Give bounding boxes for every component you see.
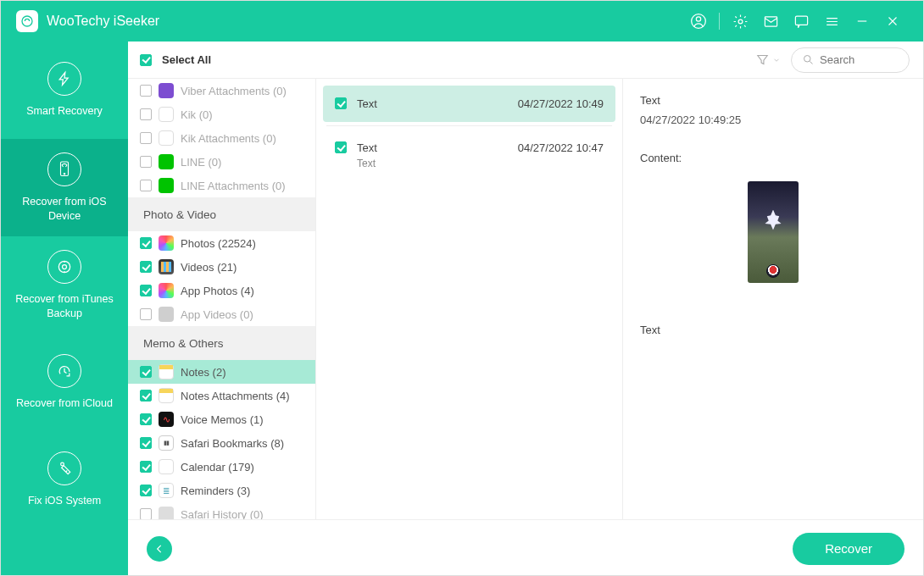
feedback-icon[interactable] [786, 6, 816, 36]
recover-button[interactable]: Recover [793, 533, 905, 565]
nav-smart-recovery[interactable]: Smart Recovery [1, 42, 128, 139]
category-checkbox[interactable] [140, 180, 152, 191]
category-row[interactable]: Voice Memos (1) [128, 407, 315, 431]
category-row[interactable]: Reminders (3) [128, 479, 315, 502]
category-icon [159, 283, 174, 298]
category-icon [159, 483, 174, 498]
note-date: 04/27/2022 10:47 [518, 141, 604, 154]
mail-icon[interactable] [755, 6, 786, 36]
category-row[interactable]: kik Kik Attachments (0) [128, 126, 315, 150]
nav-fix-ios-system[interactable]: Fix iOS System [1, 431, 128, 529]
sidebar: Smart RecoveryRecover from iOS DeviceRec… [1, 42, 128, 576]
account-icon[interactable] [683, 6, 714, 36]
category-list[interactable]: Viber Attachments (0) kik Kik (0) kik Ki… [128, 79, 316, 519]
category-icon [159, 412, 174, 427]
category-checkbox[interactable] [140, 108, 152, 120]
category-checkbox[interactable] [140, 261, 152, 273]
note-subtitle: Text [357, 158, 604, 169]
category-checkbox[interactable] [140, 390, 152, 402]
category-icon [159, 259, 174, 274]
category-row[interactable]: 12 Calendar (179) [128, 455, 315, 479]
category-row[interactable]: Notes Attachments (4) [128, 384, 315, 407]
category-icon [159, 235, 174, 251]
category-row[interactable]: kik Kik (0) [128, 102, 315, 126]
category-icon [159, 507, 174, 519]
category-checkbox[interactable] [140, 413, 152, 425]
settings-icon[interactable] [725, 6, 755, 36]
category-label: Kik (0) [181, 108, 213, 121]
search-box[interactable] [791, 47, 910, 73]
category-row[interactable]: LINE (0) [128, 150, 315, 174]
top-toolbar: Select All [128, 42, 923, 79]
back-button[interactable] [147, 536, 172, 562]
nav-recover-from-ios-device[interactable]: Recover from iOS Device [1, 139, 128, 236]
nav-icon [47, 62, 81, 96]
category-label: LINE (0) [181, 156, 221, 169]
svg-point-2 [696, 17, 700, 21]
category-label: Reminders (3) [181, 485, 250, 497]
filter-button[interactable] [755, 53, 781, 67]
nav-recover-from-itunes-backup[interactable]: Recover from iTunes Backup [1, 236, 128, 334]
category-checkbox[interactable] [140, 366, 152, 378]
category-checkbox[interactable] [140, 85, 152, 97]
category-icon [159, 83, 174, 98]
category-label: Safari Bookmarks (8) [181, 437, 284, 450]
category-row[interactable]: Videos (21) [128, 255, 315, 279]
svg-point-0 [22, 16, 32, 26]
menu-icon[interactable] [816, 6, 847, 36]
category-row[interactable]: LINE Attachments (0) [128, 174, 315, 197]
category-label: Notes Attachments (4) [181, 390, 290, 402]
category-checkbox[interactable] [140, 237, 152, 249]
category-row[interactable]: Safari Bookmarks (8) [128, 431, 315, 455]
nav-icon [47, 451, 81, 485]
nav-label: Fix iOS System [28, 494, 101, 508]
detail-date: 04/27/2022 10:49:25 [640, 114, 906, 126]
category-row[interactable]: Notes (2) [128, 360, 315, 384]
category-checkbox[interactable] [140, 461, 152, 473]
svg-point-11 [804, 56, 811, 63]
category-section: Memo & Others [128, 326, 315, 360]
minimize-icon[interactable] [847, 6, 877, 36]
detail-thumbnail [748, 181, 799, 283]
note-title: Text [357, 97, 377, 110]
footer: Recover [128, 519, 923, 576]
detail-content-label: Content: [640, 152, 906, 164]
search-input[interactable] [820, 53, 896, 66]
category-icon [159, 435, 174, 451]
category-label: Safari History (0) [181, 508, 264, 520]
category-label: App Photos (4) [181, 285, 254, 297]
nav-label: Smart Recovery [26, 104, 103, 119]
category-row[interactable]: Photos (22524) [128, 231, 315, 255]
svg-point-3 [738, 19, 743, 24]
note-item[interactable]: Text04/27/2022 10:47 Text [323, 130, 615, 181]
nav-icon [47, 152, 81, 186]
note-checkbox[interactable] [335, 141, 347, 153]
category-row[interactable]: App Videos (0) [128, 302, 315, 326]
category-checkbox[interactable] [140, 156, 152, 168]
select-all-checkbox[interactable] [140, 54, 152, 66]
category-checkbox[interactable] [140, 308, 152, 320]
svg-point-9 [63, 264, 67, 269]
note-item[interactable]: Text04/27/2022 10:49 [323, 86, 615, 122]
category-checkbox[interactable] [140, 285, 152, 296]
category-row[interactable]: Viber Attachments (0) [128, 79, 315, 102]
titlebar: WooTechy iSeeker [1, 1, 923, 42]
category-label: Notes (2) [181, 366, 225, 379]
category-icon [159, 307, 174, 322]
category-checkbox[interactable] [140, 132, 152, 144]
note-title: Text [357, 141, 377, 154]
category-checkbox[interactable] [140, 437, 152, 449]
svg-point-7 [64, 173, 65, 174]
category-icon: kik [159, 107, 174, 122]
category-checkbox[interactable] [140, 508, 152, 519]
close-icon[interactable] [877, 6, 908, 36]
category-checkbox[interactable] [140, 485, 152, 496]
nav-icon [47, 354, 81, 388]
category-row[interactable]: Safari History (0) [128, 502, 315, 519]
nav-recover-from-icloud[interactable]: Recover from iCloud [1, 334, 128, 431]
category-row[interactable]: App Photos (4) [128, 279, 315, 302]
category-icon [159, 364, 174, 379]
note-checkbox[interactable] [335, 97, 347, 109]
note-list[interactable]: Text04/27/2022 10:49 Text04/27/2022 10:4… [316, 79, 623, 519]
app-logo [16, 10, 38, 32]
